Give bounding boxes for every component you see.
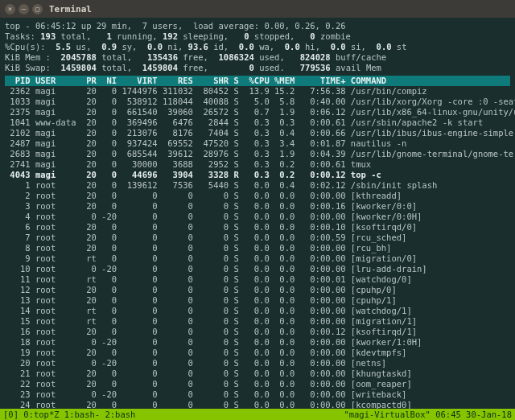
process-row: 2683 magi 20 0 685544 39612 28976 S 0.3 … xyxy=(5,149,510,159)
process-row: 10 root 0 -20 0 0 0 S 0.0 0.0 0:00.00 [l… xyxy=(5,264,510,274)
tmux-statusbar: [0] 0:top*Z 1:bash- 2:bash "magi-Virtual… xyxy=(0,409,515,420)
statusbar-left: [0] 0:top*Z 1:bash- 2:bash xyxy=(3,409,135,420)
process-row: 13 root 20 0 0 0 0 S 0.0 0.0 0:00.00 [cp… xyxy=(5,295,510,306)
close-icon[interactable]: × xyxy=(5,4,15,14)
top-summary: top - 06:45:12 up 29 min, 7 users, load … xyxy=(5,21,510,73)
process-row: 2741 magi 20 0 30000 3688 2952 S 0.3 0.2… xyxy=(5,159,510,170)
process-row: 2362 magi 20 0 1744976 311032 80452 S 13… xyxy=(5,86,510,97)
process-row: 16 root 20 0 0 0 0 S 0.0 0.0 0:00.12 [ks… xyxy=(5,327,510,337)
process-row: 18 root 0 -20 0 0 0 S 0.0 0.0 0:00.00 [k… xyxy=(5,337,510,348)
window-titlebar: × – ▢ Terminal xyxy=(0,0,515,18)
process-row: 22 root 20 0 0 0 0 S 0.0 0.0 0:00.00 [oo… xyxy=(5,379,510,389)
process-row: 4043 magi 20 0 44696 3904 3328 R 0.3 0.2… xyxy=(5,170,510,180)
process-row: 23 root 0 -20 0 0 0 S 0.0 0.0 0:00.00 [w… xyxy=(5,389,510,400)
process-row: 7 root 20 0 0 0 0 S 0.0 0.0 0:00.59 [rcu… xyxy=(5,233,510,243)
process-row: 1041 www-data 20 0 369496 6476 2844 S 0.… xyxy=(5,117,510,128)
process-row: 19 root 20 0 0 0 0 S 0.0 0.0 0:00.00 [kd… xyxy=(5,348,510,358)
process-row: 2 root 20 0 0 0 0 S 0.0 0.0 0:00.00 [kth… xyxy=(5,191,510,201)
window-controls: × – ▢ xyxy=(5,4,43,14)
process-row: 8 root 20 0 0 0 0 S 0.0 0.0 0:00.00 [rcu… xyxy=(5,243,510,253)
process-row: 2102 magi 20 0 213076 8176 7404 S 0.3 0.… xyxy=(5,128,510,138)
process-row: 14 root rt 0 0 0 0 S 0.0 0.0 0:00.00 [wa… xyxy=(5,306,510,316)
process-row: 15 root rt 0 0 0 0 S 0.0 0.0 0:00.00 [mi… xyxy=(5,316,510,327)
process-row: 2375 magi 20 0 661540 39060 26572 S 0.7 … xyxy=(5,107,510,117)
terminal-area[interactable]: top - 06:45:12 up 29 min, 7 users, load … xyxy=(0,18,515,420)
statusbar-right: "magi-VirtualBox" 06:45 30-Jan-18 xyxy=(344,409,512,420)
process-list: 2362 magi 20 0 1744976 311032 80452 S 13… xyxy=(5,86,510,420)
process-row: 2487 magi 20 0 937424 69552 47520 S 0.3 … xyxy=(5,138,510,149)
process-row: 1 root 20 0 139612 7536 5440 S 0.0 0.4 0… xyxy=(5,180,510,191)
process-row: 20 root 0 -20 0 0 0 S 0.0 0.0 0:00.00 [n… xyxy=(5,358,510,369)
process-row: 12 root 20 0 0 0 0 S 0.0 0.0 0:00.00 [cp… xyxy=(5,285,510,295)
minimize-icon[interactable]: – xyxy=(19,4,29,14)
maximize-icon[interactable]: ▢ xyxy=(32,4,43,14)
window-title: Terminal xyxy=(49,4,92,14)
process-row: 11 root rt 0 0 0 0 S 0.0 0.0 0:00.01 [wa… xyxy=(5,274,510,285)
process-row: 4 root 0 -20 0 0 0 S 0.0 0.0 0:00.00 [kw… xyxy=(5,212,510,222)
process-row: 9 root rt 0 0 0 0 S 0.0 0.0 0:00.00 [mig… xyxy=(5,253,510,264)
process-header: PID USER PR NI VIRT RES SHR S %CPU %MEM … xyxy=(5,76,510,86)
process-row: 6 root 20 0 0 0 0 S 0.0 0.0 0:00.10 [kso… xyxy=(5,222,510,233)
process-row: 1033 magi 20 0 538912 118044 40088 S 5.0… xyxy=(5,97,510,107)
process-row: 21 root 20 0 0 0 0 S 0.0 0.0 0:00.00 [kh… xyxy=(5,369,510,379)
process-row: 3 root 20 0 0 0 0 S 0.0 0.0 0:00.16 [kwo… xyxy=(5,201,510,212)
